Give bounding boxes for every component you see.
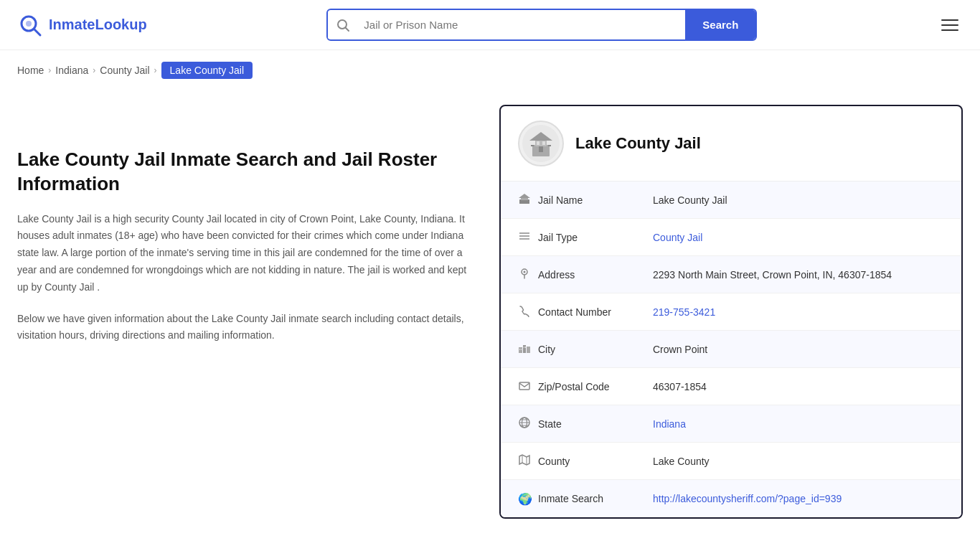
row-label: Inmate Search <box>538 493 653 504</box>
svg-rect-28 <box>525 347 526 348</box>
breadcrumb-home[interactable]: Home <box>17 65 44 76</box>
main-content: Lake County Jail Inmate Search and Jail … <box>0 90 980 547</box>
svg-rect-12 <box>531 145 534 146</box>
table-row: State Indiana <box>501 405 961 443</box>
search-icon <box>328 11 358 39</box>
row-label: City <box>538 344 653 355</box>
table-row: Jail Type County Jail <box>501 219 961 256</box>
row-icon <box>518 342 538 357</box>
row-value[interactable]: County Jail <box>653 232 944 243</box>
row-link[interactable]: Indiana <box>653 418 686 430</box>
breadcrumb: Home › Indiana › County Jail › Lake Coun… <box>0 50 980 90</box>
svg-marker-16 <box>519 194 530 198</box>
search-input[interactable] <box>358 11 685 38</box>
row-label: Address <box>538 269 653 281</box>
card-title: Lake County Jail <box>575 134 701 153</box>
svg-rect-27 <box>524 347 524 348</box>
row-label: State <box>538 418 653 430</box>
logo-text: InmateLookup <box>49 17 147 33</box>
hamburger-menu-button[interactable] <box>937 15 963 35</box>
breadcrumb-type[interactable]: County Jail <box>100 65 149 76</box>
svg-rect-8 <box>539 146 543 152</box>
table-row: Jail Name Lake County Jail <box>501 182 961 219</box>
row-label: County <box>538 456 653 467</box>
logo-icon <box>17 12 43 38</box>
row-icon <box>518 379 538 395</box>
row-value: Lake County Jail <box>653 194 944 206</box>
search-wrapper: Search <box>326 9 757 41</box>
svg-point-21 <box>524 270 526 273</box>
hamburger-line-1 <box>941 19 958 21</box>
row-value: Lake County <box>653 456 944 467</box>
jail-avatar <box>518 121 564 166</box>
page-description-2: Below we have given information about th… <box>17 311 476 345</box>
row-value: 2293 North Main Street, Crown Point, IN,… <box>653 269 944 281</box>
svg-rect-11 <box>542 141 545 145</box>
table-row: Contact Number 219-755-3421 <box>501 293 961 331</box>
table-row: 🌍 Inmate Search http://lakecountysheriff… <box>501 480 961 517</box>
row-link[interactable]: County Jail <box>653 232 702 243</box>
svg-point-2 <box>26 21 32 27</box>
info-card: Lake County Jail Jail Name Lake County J… <box>499 105 963 519</box>
row-icon <box>518 453 538 469</box>
row-link[interactable]: http://lakecountysheriff.com/?page_id=93… <box>653 493 842 504</box>
table-row: Address 2293 North Main Street, Crown Po… <box>501 256 961 293</box>
svg-rect-26 <box>521 349 522 350</box>
row-icon <box>518 267 538 283</box>
row-value[interactable]: http://lakecountysheriff.com/?page_id=93… <box>653 493 944 504</box>
search-area: Search <box>326 9 757 41</box>
row-label: Jail Name <box>538 194 653 206</box>
breadcrumb-sep-2: › <box>93 65 95 75</box>
svg-point-3 <box>338 20 347 29</box>
svg-rect-10 <box>537 141 540 145</box>
row-icon: 🌍 <box>518 492 538 506</box>
svg-line-1 <box>34 29 40 35</box>
table-row: Zip/Postal Code 46307-1854 <box>501 368 961 405</box>
row-value: 46307-1854 <box>653 381 944 392</box>
row-value-text: 2293 North Main Street, Crown Point, IN,… <box>653 269 892 281</box>
page-description-1: Lake County Jail is a high security Coun… <box>17 211 476 296</box>
breadcrumb-current: Lake County Jail <box>161 62 253 79</box>
page-title: Lake County Jail Inmate Search and Jail … <box>17 148 476 197</box>
row-label: Jail Type <box>538 232 653 243</box>
row-label: Contact Number <box>538 306 653 318</box>
svg-rect-13 <box>548 145 551 146</box>
right-column: Lake County Jail Jail Name Lake County J… <box>499 105 963 519</box>
svg-rect-24 <box>527 347 530 353</box>
breadcrumb-state[interactable]: Indiana <box>55 65 88 76</box>
row-link[interactable]: 219-755-3421 <box>653 306 715 318</box>
svg-rect-25 <box>519 349 520 350</box>
hamburger-line-2 <box>941 24 958 26</box>
row-value: Crown Point <box>653 344 944 355</box>
card-header: Lake County Jail <box>501 106 961 182</box>
row-label: Zip/Postal Code <box>538 381 653 392</box>
breadcrumb-sep-3: › <box>154 65 157 75</box>
row-value-text: 46307-1854 <box>653 381 707 392</box>
table-row: County Lake County <box>501 443 961 480</box>
row-icon <box>518 304 538 320</box>
svg-rect-29 <box>519 382 529 390</box>
row-value-text: Lake County Jail <box>653 194 727 206</box>
logo-area[interactable]: InmateLookup <box>17 12 147 38</box>
row-value[interactable]: Indiana <box>653 418 944 430</box>
svg-rect-23 <box>523 345 526 353</box>
row-icon <box>518 230 538 245</box>
table-row: City Crown Point <box>501 331 961 368</box>
row-value[interactable]: 219-755-3421 <box>653 306 944 318</box>
info-table: Jail Name Lake County Jail Jail Type Cou… <box>501 182 961 517</box>
svg-line-4 <box>346 28 349 31</box>
search-button[interactable]: Search <box>685 10 755 39</box>
breadcrumb-sep-1: › <box>48 65 51 75</box>
row-value-text: Lake County <box>653 456 710 467</box>
svg-rect-22 <box>519 347 522 353</box>
left-column: Lake County Jail Inmate Search and Jail … <box>17 105 476 519</box>
row-value-text: Crown Point <box>653 344 707 355</box>
row-icon <box>518 192 538 208</box>
hamburger-line-3 <box>941 29 958 31</box>
site-header: InmateLookup Search <box>0 0 980 50</box>
row-icon <box>518 416 538 432</box>
